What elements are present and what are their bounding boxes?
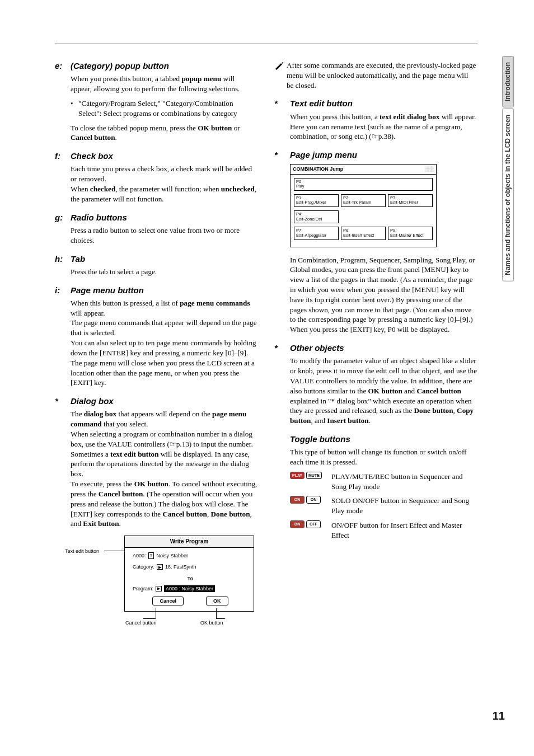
left-column: e: (Category) popup button When you pres… xyxy=(55,60,257,631)
jump-cell-p8[interactable]: P8: Edit-Insert Effect xyxy=(341,227,386,240)
body-f: Each time you press a check box, a check… xyxy=(71,164,257,204)
dialog-body: P0: Play P1: Edit-Prog./Mixer P2: Edit-T… xyxy=(291,175,436,247)
heading-letter: * xyxy=(55,396,71,407)
toggle-description: ON/OFF button for Insert Effect and Mast… xyxy=(331,520,477,541)
jump-cell-p3[interactable]: P3: Edit-MIDI Filter xyxy=(388,194,433,207)
para: When you press this button, a text edit … xyxy=(290,112,477,122)
callout-line xyxy=(143,618,156,619)
page-top-rule xyxy=(55,44,477,44)
text-bold: text edit button xyxy=(110,450,158,458)
text: will appear. xyxy=(439,112,476,121)
toggle-description: PLAY/MUTE/REC button in Sequencer and So… xyxy=(331,472,477,492)
heading-title: Dialog box xyxy=(71,396,114,407)
text: will appear. xyxy=(71,309,105,317)
side-tabs: Introduction Names and functions of obje… xyxy=(502,56,516,297)
text: , xyxy=(207,510,211,518)
text: , the parameter will function; when xyxy=(115,185,221,193)
toggle-example-row: ON ON SOLO ON/OFF button in Sequencer an… xyxy=(290,496,477,516)
heading-title: Toggle buttons xyxy=(290,434,350,445)
label-ok-button: OK button xyxy=(200,619,223,626)
body-g: Press a radio button to select one value… xyxy=(71,226,257,246)
heading-title: Tab xyxy=(71,253,85,265)
text-bold: Cancel button xyxy=(71,133,115,142)
text: or xyxy=(232,124,240,132)
to-label: To xyxy=(133,575,248,582)
heading-text-edit: * Text edit button xyxy=(274,98,477,109)
toggle-mute-button[interactable]: MUTE xyxy=(306,472,322,479)
para: This type of button will change its func… xyxy=(290,447,477,467)
text-bold: OK button xyxy=(368,387,402,395)
toggle-effect-on-button[interactable]: ON xyxy=(290,520,305,528)
toggle-play-button[interactable]: PLAY xyxy=(290,472,305,479)
toggle-solo-off-button[interactable]: ON xyxy=(306,496,321,503)
body-i: When this button is pressed, a list of p… xyxy=(71,298,257,388)
text: To execute, press the xyxy=(71,480,134,488)
label-cancel-button: Cancel button xyxy=(125,619,157,626)
para: To execute, press the OK button. To canc… xyxy=(71,479,257,529)
jump-cell-p1[interactable]: P1: Edit-Prog./Mixer xyxy=(294,194,339,207)
jump-cell-p9[interactable]: P9: Edit-Master Effect xyxy=(388,227,433,240)
callout-line xyxy=(156,608,156,618)
bullet-item: • "Category/Program Select," "Category/C… xyxy=(71,98,257,119)
para: You can also select up to ten page menu … xyxy=(71,338,257,358)
text-bold: popup menu xyxy=(182,74,222,83)
text-bold: Done button xyxy=(414,406,453,415)
jump-cell-p4[interactable]: P4: Edit-Zone/Ctrl xyxy=(294,210,339,223)
heading-title: Check box xyxy=(71,151,113,162)
heading-dialog: * Dialog box xyxy=(55,396,257,407)
jump-cell-p2[interactable]: P2: Edit-Trk Param xyxy=(341,194,386,207)
heading-e: e: (Category) popup button xyxy=(55,60,257,72)
note-icon xyxy=(274,60,287,73)
ok-button[interactable]: OK xyxy=(206,597,228,605)
heading-letter: e: xyxy=(55,60,71,72)
text-bold: Cancel button xyxy=(162,510,207,518)
text-bold: unchecked xyxy=(221,185,255,193)
jump-cell-p0[interactable]: P0: Play xyxy=(294,178,433,191)
heading-h: h: Tab xyxy=(55,253,257,265)
heading-g: g: Radio buttons xyxy=(55,212,257,223)
body-h: Press the tab to select a page. xyxy=(71,267,257,277)
field-code: A000: xyxy=(133,552,146,559)
para: To close the tabbed popup menu, press th… xyxy=(71,123,257,143)
heading-letter: i: xyxy=(55,285,71,296)
label-text-edit-button: Text edit button xyxy=(65,548,99,555)
heading-page-jump: * Page jump menu xyxy=(274,149,477,161)
toggle-solo-on-button[interactable]: ON xyxy=(290,496,305,503)
text-bold: OK button xyxy=(198,124,232,132)
heading-letter: * xyxy=(274,149,290,161)
para: The dialog box that appears will depend … xyxy=(71,409,257,429)
text: To close the tabbed popup menu, press th… xyxy=(71,124,198,132)
text-bold: Cancel button xyxy=(99,490,143,498)
jump-cell-p7[interactable]: P7: Edit-Arpeggiator xyxy=(294,227,339,240)
para: Here you can rename text (such as the na… xyxy=(290,122,477,142)
text: . xyxy=(119,519,120,528)
popup-button[interactable]: ▶ xyxy=(157,564,163,570)
text: When this button is pressed, a list of xyxy=(71,299,180,307)
text-bold: Cancel button xyxy=(416,387,461,395)
body-other-objects: To modify the parameter value of an obje… xyxy=(290,356,477,426)
page-content: e: (Category) popup button When you pres… xyxy=(55,60,477,631)
text: that you select. xyxy=(102,420,148,428)
callout-line xyxy=(216,618,225,619)
cancel-button[interactable]: Cancel xyxy=(152,597,184,605)
callout-line xyxy=(216,608,217,618)
page-number: 11 xyxy=(493,710,505,722)
combination-jump-dialog: COMBINATION Jump ░░░ P0: Play P1: Edit-P… xyxy=(290,164,437,247)
text-bold: text edit dialog box xyxy=(380,112,439,121)
body-toggle-buttons: This type of button will change its func… xyxy=(290,447,477,541)
text: The xyxy=(71,410,84,418)
bullet-dot: • xyxy=(71,98,78,119)
text-edit-button[interactable]: T xyxy=(148,552,154,560)
toggle-pair: PLAY MUTE xyxy=(290,472,326,479)
text-bold: page menu commands xyxy=(180,299,250,307)
body-dialog: The dialog box that appears will depend … xyxy=(71,409,257,529)
popup-button[interactable]: ▶ xyxy=(156,586,162,591)
toggle-effect-off-button[interactable]: OFF xyxy=(306,520,321,528)
write-program-diagram: Text edit button Write Program A000: T N… xyxy=(71,536,257,631)
text-bold: OK button xyxy=(134,480,168,488)
para: Press the tab to select a page. xyxy=(71,267,257,277)
side-tab-introduction: Introduction xyxy=(502,56,514,107)
dialog-grip-icon: ░░░ xyxy=(425,166,434,172)
text-bold: Done button xyxy=(211,510,250,518)
para: The page menu commands that appear will … xyxy=(71,318,257,338)
